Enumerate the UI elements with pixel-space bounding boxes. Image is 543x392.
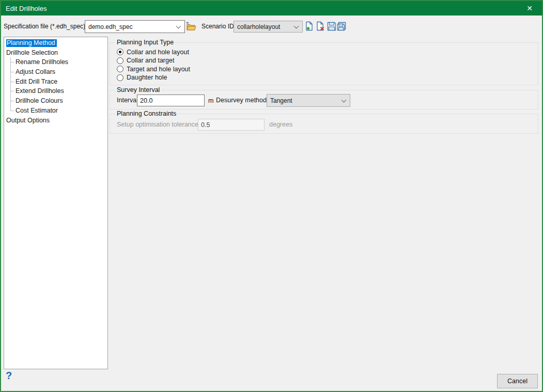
survey-interval-group: Survey Interval Interval m Desurvey meth…: [110, 90, 538, 109]
save-scenario-as-icon[interactable]: [336, 21, 347, 32]
open-folder-icon[interactable]: [186, 22, 196, 32]
edit-drillholes-dialog: Edit Drillholes ✕ Specification file (*.…: [0, 0, 543, 392]
tree-item-extend-drillholes[interactable]: Extend Drillholes: [4, 86, 107, 96]
cancel-button[interactable]: Cancel: [497, 374, 538, 388]
tree-item-cost-estimator[interactable]: Cost Estimator: [4, 106, 107, 116]
window-title: Edit Drillholes: [1, 5, 46, 12]
help-icon[interactable]: ?: [6, 370, 12, 382]
setup-optimisation-tolerance-label: Setup optimisation tolerance: [117, 121, 198, 128]
radio-collar-and-target[interactable]: Collar and target: [117, 57, 174, 65]
radio-button-icon: [117, 66, 123, 72]
desurvey-method-label: Desurvey method: [216, 97, 267, 104]
planning-input-type-group: Planning Input Type Collar and hole layo…: [110, 42, 538, 85]
radio-button-icon: [117, 49, 123, 55]
tree-item-planning-method[interactable]: Planning Method: [4, 38, 107, 48]
spec-file-value: demo.edh_spec: [88, 23, 132, 30]
tree-item-rename-drillholes[interactable]: Rename Drillholes: [4, 57, 107, 67]
tree-item-output-options[interactable]: Output Options: [4, 116, 107, 126]
close-icon[interactable]: ✕: [519, 1, 540, 15]
tree-item-adjust-collars[interactable]: Adjust Collars: [4, 67, 107, 77]
scenario-id-value: collarholelayout: [237, 23, 280, 30]
tree-item-drillhole-colours[interactable]: Drillhole Colours: [4, 96, 107, 106]
desurvey-method-combobox[interactable]: Tangent: [267, 94, 350, 107]
chevron-down-icon: [342, 97, 347, 102]
radio-daughter-hole[interactable]: Daughter hole: [117, 74, 167, 82]
setup-optimisation-tolerance-input: [198, 119, 265, 131]
radio-button-icon: [117, 74, 123, 81]
interval-label: Interval: [117, 97, 138, 104]
tolerance-unit-label: degrees: [269, 121, 292, 128]
planning-constraints-group: Planning Constraints Setup optimisation …: [110, 114, 538, 134]
radio-button-icon: [117, 57, 123, 64]
tree-item-edit-drill-trace[interactable]: Edit Drill Trace: [4, 77, 107, 87]
add-scenario-icon[interactable]: [304, 21, 314, 32]
chevron-down-icon: [294, 23, 299, 28]
spec-file-combobox[interactable]: demo.edh_spec: [85, 20, 185, 33]
planning-input-type-title: Planning Input Type: [115, 39, 175, 46]
titlebar: Edit Drillholes ✕: [1, 1, 542, 15]
planning-constraints-title: Planning Constraints: [115, 110, 178, 118]
scenario-id-combobox[interactable]: collarholelayout: [234, 21, 303, 33]
interval-unit-label: m: [208, 97, 213, 104]
chevron-down-icon: [176, 23, 181, 28]
scenario-id-label: Scenario ID: [201, 23, 234, 30]
radio-target-and-hole-layout[interactable]: Target and hole layout: [117, 65, 190, 73]
desurvey-method-value: Tangent: [270, 97, 292, 104]
save-scenario-icon[interactable]: [327, 21, 337, 32]
radio-collar-and-hole-layout[interactable]: Collar and hole layout: [117, 48, 189, 56]
survey-interval-title: Survey Interval: [115, 86, 161, 94]
interval-input[interactable]: [137, 95, 205, 106]
remove-scenario-icon[interactable]: [315, 21, 325, 32]
spec-file-label: Specification file (*.edh_spec): [4, 23, 85, 30]
settings-tree: Planning Method Drillhole Selection Rena…: [4, 37, 108, 369]
tree-item-drillhole-selection[interactable]: Drillhole Selection: [4, 48, 107, 58]
